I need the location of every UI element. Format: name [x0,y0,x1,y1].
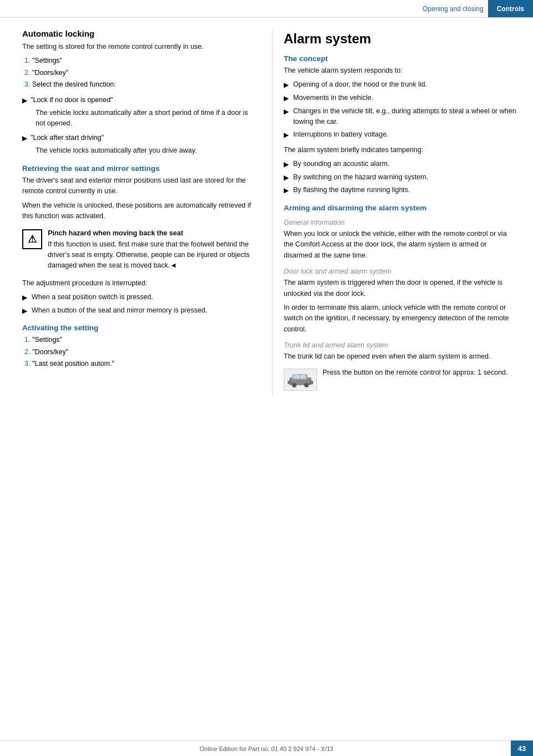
car-svg [286,372,314,387]
header-chapter-text: Controls [497,5,524,13]
list-item: "Settings" [32,335,255,345]
warning-box: ⚠ Pinch hazard when moving back the seat… [22,228,255,271]
list-item: Select the desired function: [32,79,255,90]
footer-text: Online Edition for Part no. 01 40 2 924 … [200,745,334,752]
sub-options-list: ▶ "Lock if no door is opened" [22,95,255,106]
activating-steps: "Settings" "Doors/key" "Last seat positi… [22,335,255,369]
right-column: Alarm system The concept The vehicle ala… [272,29,516,396]
concept-title: The concept [284,54,516,63]
interruption-bullets: ▶ When a seat position switch is pressed… [22,292,255,316]
door-lock-para2: In order to terminate this alarm, unlock… [284,303,516,335]
automatic-locking-steps: "Settings" "Doors/key" Select the desire… [22,56,255,90]
list-item: ▶ Opening of a door, the hood or the tru… [284,79,516,90]
arrow-icon: ▶ [284,173,289,183]
arrow-icon: ▶ [22,95,27,106]
page-number: 43 [511,740,533,756]
door-lock-para1: The alarm system is triggered when the d… [284,278,516,299]
retrieving-para1: The driver's seat and exterior mirror po… [22,175,255,197]
page-header: Opening and closing Controls [0,0,533,18]
lock-no-door-desc: The vehicle locks automatically after a … [36,108,255,129]
trunk-text: The trunk lid can be opened even when th… [284,351,516,362]
left-column: Automatic locking The setting is stored … [22,29,255,396]
svg-rect-4 [288,381,292,384]
car-icon [284,369,317,391]
automatic-locking-title: Automatic locking [22,29,255,38]
list-item: ▶ By flashing the daytime running lights… [284,185,516,196]
arming-title: Arming and disarming the alarm system [284,204,516,212]
header-chapter: Controls [488,0,533,17]
list-item: ▶ "Lock if no door is opened" [22,95,255,106]
arrow-icon: ▶ [22,293,27,303]
header-section: Opening and closing [0,5,488,13]
list-item: ▶ Interruptions in battery voltage. [284,129,516,140]
arrow-icon: ▶ [284,107,289,128]
list-item: ▶ When a button of the seat and mirror m… [22,305,255,316]
list-item: ▶ By switching on the hazard warning sys… [284,172,516,183]
warning-text: Pinch hazard when moving back the seat I… [48,228,255,271]
lock-start-driving-desc: The vehicle locks automatically after yo… [36,145,255,156]
arrow-icon: ▶ [22,133,27,144]
list-item: ▶ Changes in the vehicle tilt, e.g., dur… [284,106,516,128]
retrieving-para3: The adjustment procedure is interrupted: [22,278,255,289]
warning-icon: ⚠ [22,229,42,249]
car-note: Press the button on the remote control f… [323,367,508,378]
alarm-system-title: Alarm system [284,31,516,47]
arrow-icon: ▶ [284,93,289,104]
activating-title: Activating the setting [22,324,255,332]
car-icon-box: Press the button on the remote control f… [284,367,516,391]
arrow-icon: ▶ [284,80,289,90]
general-info-text: When you lock or unlock the vehicle, eit… [284,229,516,261]
list-item: ▶ Movements in the vehicle. [284,93,516,104]
retrieving-para2: When the vehicle is unlocked, these posi… [22,200,255,222]
svg-rect-5 [309,381,313,384]
svg-rect-7 [300,375,306,379]
list-item: ▶ By sounding an acoustic alarm. [284,159,516,170]
arrow-icon: ▶ [284,130,289,140]
automatic-locking-intro: The setting is stored for the remote con… [22,42,255,52]
list-item: "Last seat position autom." [32,359,255,369]
header-section-text: Opening and closing [423,5,483,13]
list-item: ▶ When a seat position switch is pressed… [22,292,255,303]
arrow-icon: ▶ [284,185,289,196]
door-lock-subtitle: Door lock and armed alarm system [284,268,516,275]
concept-intro: The vehicle alarm system responds to: [284,65,516,76]
concept-bullets: ▶ Opening of a door, the hood or the tru… [284,79,516,140]
svg-point-2 [292,383,296,387]
warning-body: If this function is used, first make sur… [48,240,249,270]
trunk-subtitle: Trunk lid and armed alarm system [284,341,516,349]
arrow-icon: ▶ [22,306,27,316]
warning-title: Pinch hazard when moving back the seat [48,229,183,237]
arrow-icon: ▶ [284,159,289,170]
retrieving-title: Retrieving the seat and mirror settings [22,164,255,173]
sub-options-list-2: ▶ "Lock after start driving" [22,133,255,144]
list-item: "Doors/key" [32,68,255,78]
list-item: "Doors/key" [32,347,255,357]
list-item: "Settings" [32,56,255,66]
tamper-bullets: ▶ By sounding an acoustic alarm. ▶ By sw… [284,159,516,196]
svg-rect-6 [293,375,300,379]
list-item: ▶ "Lock after start driving" [22,133,255,144]
svg-point-3 [304,383,309,387]
tamper-intro: The alarm system briefly indicates tampe… [284,145,516,155]
general-info-subtitle: General information [284,219,516,226]
main-content: Automatic locking The setting is stored … [0,18,533,407]
page-footer: Online Edition for Part no. 01 40 2 924 … [0,740,533,756]
